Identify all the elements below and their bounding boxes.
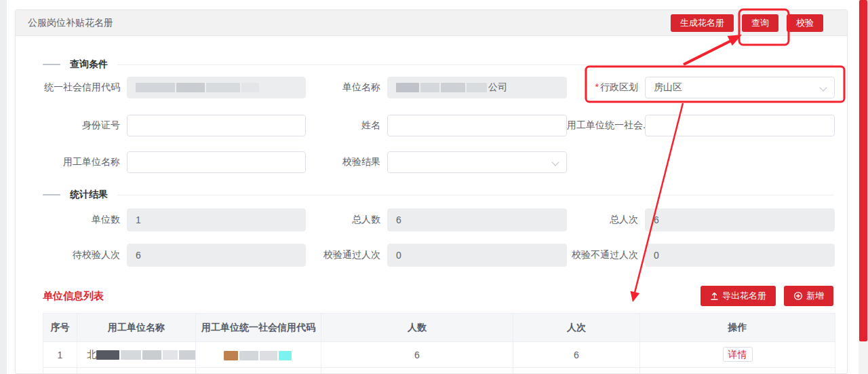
redacted-text	[467, 83, 487, 92]
district-select[interactable]: 房山区	[645, 77, 835, 98]
total-people-value: 6	[387, 208, 567, 231]
id-number-label: 身份证号	[43, 119, 127, 132]
check-result-field: 校验结果	[306, 151, 567, 173]
pending-times-label: 待校验人次	[43, 249, 127, 261]
unit-name-label: 单位名称	[306, 81, 387, 94]
toolbar: 生成花名册 查询 校验	[671, 14, 823, 32]
employer-code-input-wrap	[645, 115, 835, 136]
employer-code-input[interactable]	[654, 115, 826, 136]
unit-table: 序号 用工单位名称 用工单位统一社会信用代码 人数 人次 操作 1 北	[43, 313, 835, 374]
pending-times-value: 6	[127, 244, 306, 267]
cell-actions: 详情	[640, 342, 835, 368]
employer-name-label: 用工单位名称	[43, 156, 127, 168]
passed-times-value: 0	[387, 244, 567, 267]
total-times-value: 6	[645, 208, 835, 231]
failed-times-value: 0	[645, 244, 835, 267]
cell-no: 1	[43, 342, 77, 368]
scrollbar-track[interactable]	[859, 0, 868, 374]
unit-count-value: 1	[127, 208, 306, 231]
person-name-input-wrap	[387, 115, 567, 136]
section-dash	[43, 64, 60, 65]
verify-button[interactable]: 校验	[787, 14, 823, 32]
redacted-text	[441, 83, 465, 92]
redacted-text	[179, 350, 196, 360]
redacted-text	[241, 83, 259, 92]
page: 公服岗位补贴花名册 生成花名册 查询 校验 查询条件 统一社会信用代码	[0, 0, 868, 374]
cell-employer-name: 北	[77, 342, 196, 368]
page-left-margin	[0, 0, 7, 374]
redacted-text	[396, 83, 419, 92]
scrollbar-thumb[interactable]	[859, 0, 867, 341]
cell-people: 6	[321, 342, 513, 368]
employer-code-label: 用工单位统一社会...	[567, 119, 645, 132]
check-result-label: 校验结果	[306, 156, 387, 168]
col-no: 序号	[43, 314, 77, 342]
section-line	[117, 195, 833, 195]
pending-times-field: 待校验人次 6	[43, 244, 306, 267]
total-people-field: 总人数 6	[306, 208, 567, 231]
unit-name-input: 公司	[387, 77, 567, 98]
col-actions: 操作	[640, 314, 835, 342]
person-name-field: 姓名	[306, 115, 567, 136]
section-line	[117, 64, 833, 65]
query-button[interactable]: 查询	[742, 14, 778, 32]
page-title: 公服岗位补贴花名册	[28, 17, 113, 29]
redacted-text	[224, 351, 238, 360]
generate-roster-button[interactable]: 生成花名册	[671, 14, 734, 32]
table-row-partial	[43, 368, 835, 374]
credit-code-field: 统一社会信用代码	[43, 77, 306, 98]
district-field: *行政区划 房山区	[567, 77, 835, 98]
employer-code-field: 用工单位统一社会...	[567, 115, 835, 136]
person-name-input[interactable]	[396, 115, 558, 136]
redacted-text	[260, 351, 277, 360]
redacted-text	[176, 83, 205, 92]
total-people-label: 总人数	[306, 214, 387, 226]
unit-count-field: 单位数 1	[43, 208, 306, 231]
table-header-row: 序号 用工单位名称 用工单位统一社会信用代码 人数 人次 操作	[43, 314, 835, 342]
cell-times: 6	[513, 342, 640, 368]
stats-section-title: 统计结果	[43, 188, 833, 202]
redacted-text	[136, 83, 175, 92]
chevron-down-icon	[819, 83, 827, 91]
unit-count-label: 单位数	[43, 214, 127, 226]
id-number-input[interactable]	[136, 115, 297, 136]
roster-panel: 公服岗位补贴花名册 生成花名册 查询 校验 查询条件 统一社会信用代码	[15, 10, 848, 374]
cell-employer-code	[196, 342, 321, 368]
employer-name-field: 用工单位名称	[43, 151, 306, 173]
employer-name-input[interactable]	[136, 152, 297, 172]
list-header: 单位信息列表 导出花名册 新增	[43, 286, 833, 306]
failed-times-field: 校验不通过人次 0	[567, 244, 835, 267]
chevron-down-icon	[551, 158, 559, 166]
unit-name-suffix: 公司	[488, 81, 507, 94]
redacted-text	[142, 350, 161, 360]
redacted-text	[279, 351, 292, 360]
col-employer-name: 用工单位名称	[77, 314, 196, 342]
redacted-text	[163, 350, 178, 360]
failed-times-label: 校验不通过人次	[567, 249, 645, 261]
redacted-text	[121, 350, 141, 360]
col-times: 人次	[513, 314, 640, 342]
employer-name-input-wrap	[127, 151, 306, 173]
check-result-select[interactable]	[387, 151, 567, 173]
add-button[interactable]: 新增	[784, 286, 833, 306]
table-row: 1 北 6 6 详情	[43, 342, 835, 368]
redacted-text	[239, 351, 258, 360]
total-times-field: 总人次 6	[567, 208, 835, 231]
col-employer-code: 用工单位统一社会信用代码	[196, 314, 321, 342]
credit-code-input	[127, 77, 306, 98]
district-label: *行政区划	[567, 81, 645, 94]
section-dash	[43, 194, 60, 195]
credit-code-label: 统一社会信用代码	[43, 81, 127, 94]
passed-times-field: 校验通过人次 0	[306, 244, 567, 267]
redacted-text	[420, 83, 439, 92]
total-times-label: 总人次	[567, 214, 645, 226]
person-name-label: 姓名	[306, 119, 387, 132]
col-people: 人数	[321, 314, 513, 342]
redacted-text	[206, 83, 240, 92]
redacted-text	[96, 350, 119, 360]
passed-times-label: 校验通过人次	[306, 249, 387, 261]
list-title: 单位信息列表	[43, 290, 104, 303]
export-roster-button[interactable]: 导出花名册	[701, 286, 776, 306]
id-number-input-wrap	[127, 115, 306, 136]
detail-link[interactable]: 详情	[723, 347, 753, 362]
